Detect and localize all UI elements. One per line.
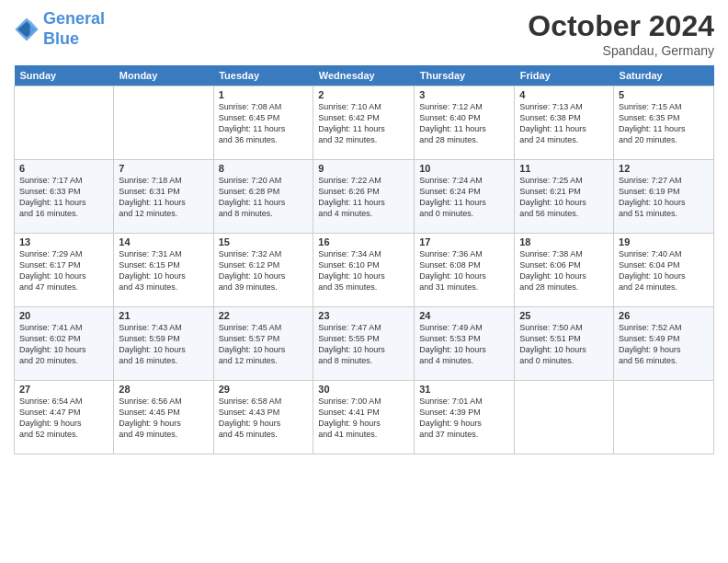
cell-info: Sunrise: 7:43 AM Sunset: 5:59 PM Dayligh…: [119, 322, 208, 367]
calendar-cell: 14Sunrise: 7:31 AM Sunset: 6:15 PM Dayli…: [114, 234, 213, 307]
cell-info: Sunrise: 7:32 AM Sunset: 6:12 PM Dayligh…: [219, 248, 309, 293]
day-number: 11: [519, 163, 609, 174]
cell-info: Sunrise: 7:50 AM Sunset: 5:51 PM Dayligh…: [519, 322, 609, 367]
calendar-cell: 23Sunrise: 7:47 AM Sunset: 5:55 PM Dayli…: [313, 307, 415, 381]
calendar-cell: 2Sunrise: 7:10 AM Sunset: 6:42 PM Daylig…: [313, 86, 415, 160]
page: General Blue October 2024 Spandau, Germa…: [0, 0, 728, 563]
logo-line2: Blue: [43, 29, 79, 48]
header: General Blue October 2024 Spandau, Germa…: [14, 9, 714, 58]
calendar-cell: 26Sunrise: 7:52 AM Sunset: 5:49 PM Dayli…: [614, 307, 714, 381]
day-number: 5: [619, 89, 709, 100]
day-number: 20: [19, 310, 108, 321]
day-number: 3: [419, 89, 509, 100]
cell-info: Sunrise: 7:22 AM Sunset: 6:26 PM Dayligh…: [318, 175, 409, 220]
week-row-1: 1Sunrise: 7:08 AM Sunset: 6:45 PM Daylig…: [15, 86, 714, 160]
calendar-cell: 4Sunrise: 7:13 AM Sunset: 6:38 PM Daylig…: [515, 86, 614, 160]
day-number: 4: [519, 89, 609, 100]
week-row-3: 13Sunrise: 7:29 AM Sunset: 6:17 PM Dayli…: [15, 234, 714, 307]
cell-info: Sunrise: 7:38 AM Sunset: 6:06 PM Dayligh…: [519, 248, 609, 293]
calendar-cell: [614, 381, 714, 454]
cell-info: Sunrise: 7:52 AM Sunset: 5:49 PM Dayligh…: [619, 322, 709, 367]
cell-info: Sunrise: 7:41 AM Sunset: 6:02 PM Dayligh…: [19, 322, 108, 367]
day-number: 17: [419, 236, 509, 247]
calendar-table: SundayMondayTuesdayWednesdayThursdayFrid…: [14, 65, 714, 454]
day-number: 15: [219, 236, 309, 247]
weekday-header-saturday: Saturday: [614, 65, 714, 86]
cell-info: Sunrise: 7:01 AM Sunset: 4:39 PM Dayligh…: [419, 396, 509, 441]
cell-info: Sunrise: 7:45 AM Sunset: 5:57 PM Dayligh…: [219, 322, 309, 367]
calendar-cell: 30Sunrise: 7:00 AM Sunset: 4:41 PM Dayli…: [313, 381, 415, 454]
day-number: 1: [219, 89, 309, 100]
day-number: 22: [219, 310, 309, 321]
calendar-cell: 17Sunrise: 7:36 AM Sunset: 6:08 PM Dayli…: [415, 234, 515, 307]
weekday-header-row: SundayMondayTuesdayWednesdayThursdayFrid…: [15, 65, 714, 86]
cell-info: Sunrise: 7:36 AM Sunset: 6:08 PM Dayligh…: [419, 248, 509, 293]
logo-line1: General: [43, 9, 105, 28]
calendar-cell: [515, 381, 614, 454]
cell-info: Sunrise: 7:00 AM Sunset: 4:41 PM Dayligh…: [318, 396, 409, 441]
day-number: 8: [219, 163, 309, 174]
weekday-header-sunday: Sunday: [15, 65, 114, 86]
calendar-cell: 13Sunrise: 7:29 AM Sunset: 6:17 PM Dayli…: [15, 234, 114, 307]
calendar-cell: 19Sunrise: 7:40 AM Sunset: 6:04 PM Dayli…: [614, 234, 714, 307]
day-number: 28: [119, 384, 208, 395]
day-number: 10: [419, 163, 509, 174]
cell-info: Sunrise: 7:20 AM Sunset: 6:28 PM Dayligh…: [219, 175, 309, 220]
cell-info: Sunrise: 7:17 AM Sunset: 6:33 PM Dayligh…: [19, 175, 108, 220]
cell-info: Sunrise: 7:49 AM Sunset: 5:53 PM Dayligh…: [419, 322, 509, 367]
calendar-cell: 8Sunrise: 7:20 AM Sunset: 6:28 PM Daylig…: [213, 160, 313, 234]
calendar-cell: 3Sunrise: 7:12 AM Sunset: 6:40 PM Daylig…: [415, 86, 515, 160]
day-number: 23: [318, 310, 409, 321]
cell-info: Sunrise: 7:31 AM Sunset: 6:15 PM Dayligh…: [119, 248, 208, 293]
calendar-cell: 16Sunrise: 7:34 AM Sunset: 6:10 PM Dayli…: [313, 234, 415, 307]
calendar-cell: 18Sunrise: 7:38 AM Sunset: 6:06 PM Dayli…: [515, 234, 614, 307]
logo-text: General Blue: [43, 9, 105, 49]
calendar-cell: 11Sunrise: 7:25 AM Sunset: 6:21 PM Dayli…: [515, 160, 614, 234]
weekday-header-friday: Friday: [515, 65, 614, 86]
logo: General Blue: [14, 9, 105, 49]
calendar-cell: 6Sunrise: 7:17 AM Sunset: 6:33 PM Daylig…: [15, 160, 114, 234]
day-number: 7: [119, 163, 208, 174]
cell-info: Sunrise: 7:47 AM Sunset: 5:55 PM Dayligh…: [318, 322, 409, 367]
day-number: 16: [318, 236, 409, 247]
calendar-cell: 31Sunrise: 7:01 AM Sunset: 4:39 PM Dayli…: [415, 381, 515, 454]
day-number: 27: [19, 384, 108, 395]
day-number: 2: [318, 89, 409, 100]
day-number: 31: [419, 384, 509, 395]
cell-info: Sunrise: 7:08 AM Sunset: 6:45 PM Dayligh…: [219, 101, 309, 146]
day-number: 14: [119, 236, 208, 247]
cell-info: Sunrise: 7:24 AM Sunset: 6:24 PM Dayligh…: [419, 175, 509, 220]
calendar-cell: 20Sunrise: 7:41 AM Sunset: 6:02 PM Dayli…: [15, 307, 114, 381]
cell-info: Sunrise: 7:10 AM Sunset: 6:42 PM Dayligh…: [318, 101, 409, 146]
day-number: 29: [219, 384, 309, 395]
cell-info: Sunrise: 6:56 AM Sunset: 4:45 PM Dayligh…: [119, 396, 208, 441]
calendar-cell: 12Sunrise: 7:27 AM Sunset: 6:19 PM Dayli…: [614, 160, 714, 234]
calendar-cell: 5Sunrise: 7:15 AM Sunset: 6:35 PM Daylig…: [614, 86, 714, 160]
title-block: October 2024 Spandau, Germany: [528, 9, 714, 58]
logo-icon: [14, 17, 40, 42]
calendar-cell: 24Sunrise: 7:49 AM Sunset: 5:53 PM Dayli…: [415, 307, 515, 381]
weekday-header-monday: Monday: [114, 65, 213, 86]
calendar-cell: [114, 86, 213, 160]
calendar-cell: 1Sunrise: 7:08 AM Sunset: 6:45 PM Daylig…: [213, 86, 313, 160]
cell-info: Sunrise: 7:34 AM Sunset: 6:10 PM Dayligh…: [318, 248, 409, 293]
day-number: 25: [519, 310, 609, 321]
cell-info: Sunrise: 7:12 AM Sunset: 6:40 PM Dayligh…: [419, 101, 509, 146]
cell-info: Sunrise: 7:29 AM Sunset: 6:17 PM Dayligh…: [19, 248, 108, 293]
day-number: 24: [419, 310, 509, 321]
weekday-header-tuesday: Tuesday: [213, 65, 313, 86]
calendar-cell: 25Sunrise: 7:50 AM Sunset: 5:51 PM Dayli…: [515, 307, 614, 381]
cell-info: Sunrise: 7:40 AM Sunset: 6:04 PM Dayligh…: [619, 248, 709, 293]
calendar-cell: 7Sunrise: 7:18 AM Sunset: 6:31 PM Daylig…: [114, 160, 213, 234]
cell-info: Sunrise: 6:54 AM Sunset: 4:47 PM Dayligh…: [19, 396, 108, 441]
calendar-cell: 27Sunrise: 6:54 AM Sunset: 4:47 PM Dayli…: [15, 381, 114, 454]
calendar-cell: 21Sunrise: 7:43 AM Sunset: 5:59 PM Dayli…: [114, 307, 213, 381]
week-row-4: 20Sunrise: 7:41 AM Sunset: 6:02 PM Dayli…: [15, 307, 714, 381]
day-number: 26: [619, 310, 709, 321]
calendar-cell: 10Sunrise: 7:24 AM Sunset: 6:24 PM Dayli…: [415, 160, 515, 234]
week-row-5: 27Sunrise: 6:54 AM Sunset: 4:47 PM Dayli…: [15, 381, 714, 454]
day-number: 30: [318, 384, 409, 395]
day-number: 13: [19, 236, 108, 247]
day-number: 21: [119, 310, 208, 321]
calendar-cell: 28Sunrise: 6:56 AM Sunset: 4:45 PM Dayli…: [114, 381, 213, 454]
